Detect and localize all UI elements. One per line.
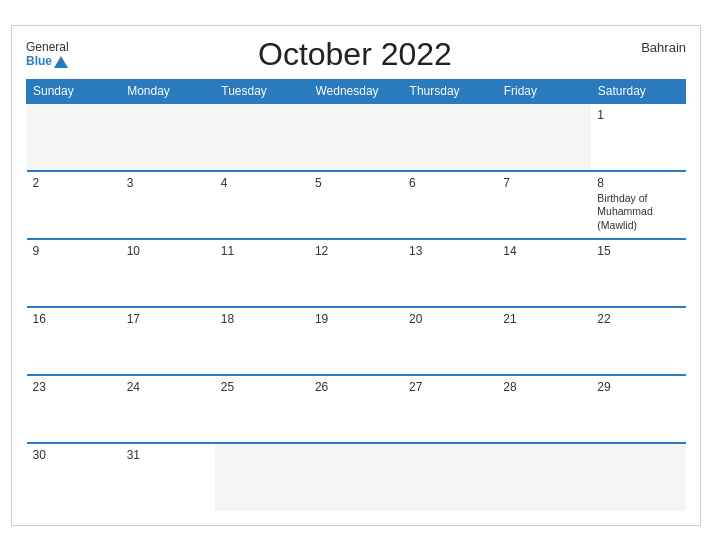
calendar-cell: 22	[591, 307, 685, 375]
logo: General Blue	[26, 40, 69, 69]
calendar-cell: 17	[121, 307, 215, 375]
day-header-saturday: Saturday	[591, 79, 685, 103]
date-number: 31	[127, 448, 209, 462]
date-number: 20	[409, 312, 491, 326]
logo-blue-text: Blue	[26, 54, 68, 68]
date-number: 8	[597, 176, 679, 190]
calendar-week-4: 23242526272829	[27, 375, 686, 443]
calendar-cell: 10	[121, 239, 215, 307]
date-number: 16	[33, 312, 115, 326]
logo-general-text: General	[26, 40, 69, 54]
calendar-cell: 3	[121, 171, 215, 239]
day-header-tuesday: Tuesday	[215, 79, 309, 103]
date-number: 9	[33, 244, 115, 258]
calendar-cell: 1	[591, 103, 685, 171]
calendar-cell: 28	[497, 375, 591, 443]
calendar-cell	[309, 103, 403, 171]
day-header-wednesday: Wednesday	[309, 79, 403, 103]
calendar-cell: 2	[27, 171, 121, 239]
event-label: Birthday of Muhammad (Mawlid)	[597, 192, 679, 233]
date-number: 23	[33, 380, 115, 394]
calendar-cell	[403, 103, 497, 171]
calendar-cell: 7	[497, 171, 591, 239]
calendar-wrapper: General Blue October 2022 Bahrain Sunday…	[11, 25, 701, 526]
calendar-cell	[403, 443, 497, 511]
date-number: 15	[597, 244, 679, 258]
date-number: 24	[127, 380, 209, 394]
calendar-cell: 23	[27, 375, 121, 443]
calendar-title: October 2022	[69, 36, 641, 73]
date-number: 21	[503, 312, 585, 326]
day-header-thursday: Thursday	[403, 79, 497, 103]
country-label: Bahrain	[641, 36, 686, 55]
calendar-week-1: 2345678Birthday of Muhammad (Mawlid)	[27, 171, 686, 239]
calendar-cell: 11	[215, 239, 309, 307]
calendar-cell: 4	[215, 171, 309, 239]
date-number: 27	[409, 380, 491, 394]
date-number: 6	[409, 176, 491, 190]
calendar-cell: 18	[215, 307, 309, 375]
calendar-table: SundayMondayTuesdayWednesdayThursdayFrid…	[26, 79, 686, 511]
calendar-header-row: SundayMondayTuesdayWednesdayThursdayFrid…	[27, 79, 686, 103]
date-number: 4	[221, 176, 303, 190]
calendar-header: General Blue October 2022 Bahrain	[26, 36, 686, 73]
calendar-week-5: 3031	[27, 443, 686, 511]
calendar-cell: 26	[309, 375, 403, 443]
calendar-cell: 19	[309, 307, 403, 375]
calendar-week-0: 1	[27, 103, 686, 171]
calendar-week-3: 16171819202122	[27, 307, 686, 375]
calendar-cell: 21	[497, 307, 591, 375]
calendar-cell	[215, 443, 309, 511]
calendar-week-2: 9101112131415	[27, 239, 686, 307]
calendar-cell: 20	[403, 307, 497, 375]
date-number: 19	[315, 312, 397, 326]
calendar-cell: 29	[591, 375, 685, 443]
calendar-cell: 6	[403, 171, 497, 239]
date-number: 2	[33, 176, 115, 190]
calendar-cell: 13	[403, 239, 497, 307]
logo-triangle-icon	[54, 56, 68, 68]
date-number: 5	[315, 176, 397, 190]
date-number: 11	[221, 244, 303, 258]
date-number: 30	[33, 448, 115, 462]
calendar-cell: 24	[121, 375, 215, 443]
calendar-cell: 30	[27, 443, 121, 511]
calendar-cell	[309, 443, 403, 511]
date-number: 12	[315, 244, 397, 258]
date-number: 14	[503, 244, 585, 258]
date-number: 18	[221, 312, 303, 326]
calendar-cell: 12	[309, 239, 403, 307]
calendar-cell	[121, 103, 215, 171]
date-number: 28	[503, 380, 585, 394]
date-number: 26	[315, 380, 397, 394]
calendar-cell: 14	[497, 239, 591, 307]
calendar-cell: 15	[591, 239, 685, 307]
date-number: 1	[597, 108, 679, 122]
calendar-cell: 31	[121, 443, 215, 511]
date-number: 13	[409, 244, 491, 258]
day-header-monday: Monday	[121, 79, 215, 103]
day-header-friday: Friday	[497, 79, 591, 103]
date-number: 10	[127, 244, 209, 258]
calendar-cell: 16	[27, 307, 121, 375]
calendar-cell	[215, 103, 309, 171]
date-number: 7	[503, 176, 585, 190]
calendar-cell: 8Birthday of Muhammad (Mawlid)	[591, 171, 685, 239]
date-number: 25	[221, 380, 303, 394]
calendar-cell	[497, 103, 591, 171]
calendar-cell: 27	[403, 375, 497, 443]
calendar-cell: 5	[309, 171, 403, 239]
calendar-cell	[27, 103, 121, 171]
date-number: 3	[127, 176, 209, 190]
date-number: 29	[597, 380, 679, 394]
day-header-sunday: Sunday	[27, 79, 121, 103]
calendar-cell	[497, 443, 591, 511]
date-number: 17	[127, 312, 209, 326]
calendar-cell: 25	[215, 375, 309, 443]
calendar-cell	[591, 443, 685, 511]
calendar-cell: 9	[27, 239, 121, 307]
date-number: 22	[597, 312, 679, 326]
